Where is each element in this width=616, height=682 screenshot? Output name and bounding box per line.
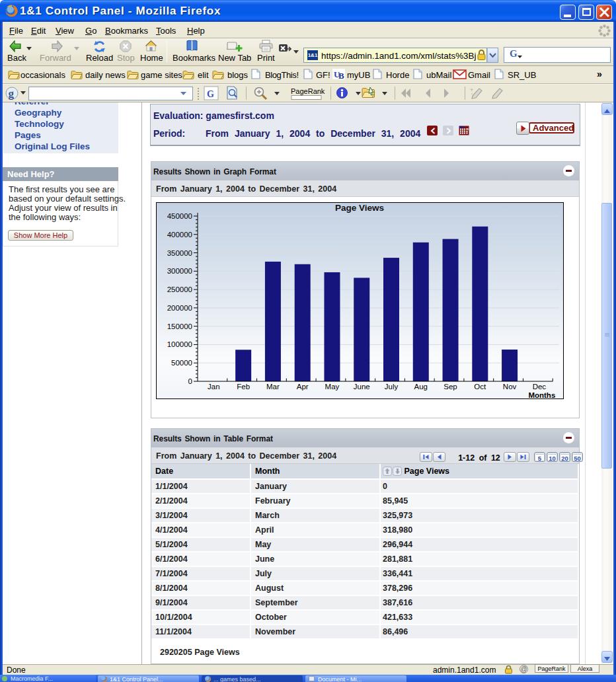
svg-text:300000: 300000 [167,267,192,275]
svg-text:Oct: Oct [474,383,486,391]
svg-text:Sep: Sep [443,383,457,391]
svg-text:Page Views: Page Views [335,203,384,213]
svg-text:450000: 450000 [167,212,192,220]
svg-text:G: G [207,89,214,99]
svg-text:July: July [385,383,399,391]
svg-text:Months: Months [528,391,555,399]
svg-text:400000: 400000 [167,231,192,239]
svg-text:+: + [470,87,473,93]
svg-text:May: May [325,383,340,391]
svg-text:250000: 250000 [167,285,192,293]
svg-text:Nov: Nov [503,383,517,391]
svg-text:100000: 100000 [167,340,192,348]
svg-text:g: g [9,87,15,100]
svg-text:200000: 200000 [167,304,192,312]
svg-text:Apr: Apr [297,383,309,391]
svg-text:Dec: Dec [533,383,547,391]
svg-text:Mar: Mar [266,383,280,391]
svg-text:PageRank: PageRank [291,87,325,95]
svg-text:350000: 350000 [167,249,192,257]
svg-text:50000: 50000 [171,359,192,367]
svg-text:150000: 150000 [167,322,192,330]
svg-text:Aug: Aug [414,383,428,391]
svg-text:Feb: Feb [237,383,250,391]
svg-text:June: June [354,383,370,391]
svg-text:0: 0 [188,377,192,385]
svg-text:Jan: Jan [208,383,220,391]
